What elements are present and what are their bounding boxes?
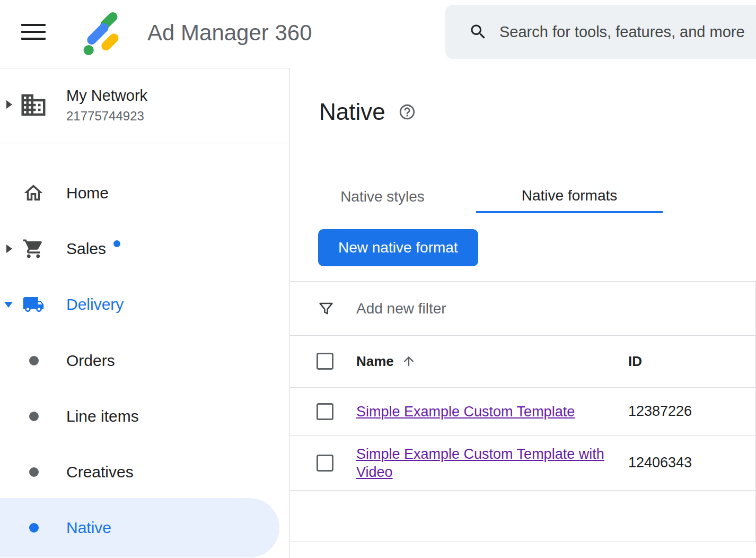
search-input[interactable]: Search for tools, features, and more <box>445 5 756 59</box>
sidebar-item-label: Orders <box>66 352 115 370</box>
bullet-icon <box>29 412 39 421</box>
sidebar-item-label: Native <box>66 519 111 537</box>
sidebar-item-native[interactable]: Native <box>0 498 279 557</box>
sidebar-item-label: Delivery <box>66 295 124 313</box>
bullet-icon <box>29 356 39 365</box>
table-row: Simple Example Custom Template 12387226 <box>290 387 756 435</box>
bullet-icon <box>29 523 39 533</box>
sidebar: My Network 21775744923 Home Sales Delive… <box>0 68 290 558</box>
row-checkbox[interactable] <box>317 403 333 420</box>
hamburger-icon <box>21 24 46 26</box>
row-id: 12406343 <box>628 435 692 490</box>
tab-label: Native styles <box>340 188 425 205</box>
building-icon <box>19 91 48 119</box>
page-title-row: Native <box>319 99 416 125</box>
page-title: Native <box>319 99 385 125</box>
tab-native-styles[interactable]: Native styles <box>320 180 445 213</box>
native-format-link[interactable]: Simple Example Custom Template <box>356 403 575 421</box>
new-native-format-button[interactable]: New native format <box>318 229 478 266</box>
main-content: Native Native styles Native formats New … <box>290 0 756 558</box>
sidebar-item-line-items[interactable]: Line items <box>0 399 290 433</box>
caret-right-icon <box>6 100 12 109</box>
tab-label: Native formats <box>522 187 618 204</box>
shopping-cart-icon <box>22 238 45 260</box>
tab-native-formats[interactable]: Native formats <box>476 180 663 213</box>
select-all-checkbox[interactable] <box>317 353 333 370</box>
divider <box>290 490 756 491</box>
sidebar-item-home[interactable]: Home <box>0 176 290 210</box>
add-filter[interactable]: Add new filter <box>290 282 756 335</box>
sort-ascending-icon[interactable] <box>401 354 416 369</box>
search-icon <box>469 22 488 41</box>
row-id: 12387226 <box>628 387 692 435</box>
menu-button[interactable] <box>21 24 46 40</box>
search-placeholder: Search for tools, features, and more <box>499 23 745 41</box>
caret-right-icon <box>6 245 12 253</box>
app-title: Ad Manager 360 <box>147 20 312 46</box>
filter-icon <box>317 300 335 318</box>
divider <box>290 542 756 542</box>
sidebar-item-creatives[interactable]: Creatives <box>0 455 290 489</box>
network-name: My Network <box>66 87 147 104</box>
column-header-id[interactable]: ID <box>628 335 642 387</box>
divider <box>0 143 289 143</box>
top-app-bar: Ad Manager 360 Search for tools, feature… <box>0 0 756 68</box>
table-header-row: Name ID <box>290 335 756 387</box>
column-header-name[interactable]: Name <box>356 353 394 370</box>
sidebar-item-label: Home <box>66 184 109 202</box>
table-row: Simple Example Custom Template with Vide… <box>290 435 756 490</box>
bullet-icon <box>29 467 39 477</box>
truck-icon <box>22 293 45 316</box>
sidebar-item-delivery[interactable]: Delivery <box>0 287 290 321</box>
network-code: 21775744923 <box>66 109 144 124</box>
sidebar-item-label: Creatives <box>66 463 134 481</box>
sidebar-item-label: Line items <box>66 407 139 425</box>
sidebar-item-orders[interactable]: Orders <box>0 344 290 378</box>
notification-dot-icon <box>113 240 120 247</box>
network-selector[interactable]: My Network 21775744923 <box>0 68 289 143</box>
native-format-link[interactable]: Simple Example Custom Template with Vide… <box>356 445 605 481</box>
add-filter-label: Add new filter <box>356 300 446 317</box>
caret-down-icon <box>4 302 13 308</box>
home-icon <box>22 182 45 204</box>
ad-manager-logo-icon <box>78 8 127 57</box>
help-icon[interactable] <box>398 103 416 121</box>
sidebar-item-sales[interactable]: Sales <box>0 232 290 266</box>
sidebar-item-label: Sales <box>66 240 106 258</box>
row-checkbox[interactable] <box>317 455 333 472</box>
